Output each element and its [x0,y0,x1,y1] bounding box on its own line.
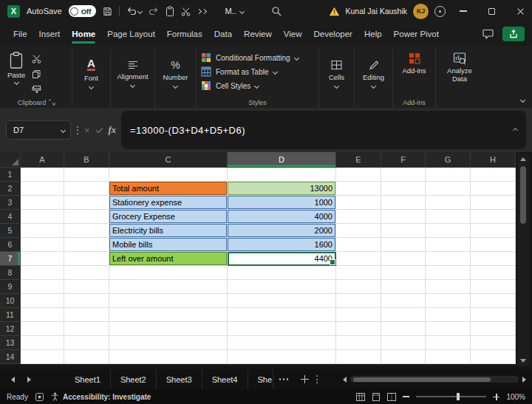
cell-D8[interactable] [228,266,336,280]
cell-G2[interactable] [426,182,471,196]
excel-logo-icon[interactable]: X [7,5,20,18]
analyze-data-button[interactable]: Analyze Data [438,48,481,83]
row-header-2[interactable]: 2 [0,182,21,196]
horizontal-scrollbar[interactable] [343,376,528,383]
paste-button[interactable]: Paste [3,48,30,84]
name-box[interactable]: D7 [6,120,71,140]
cell-D7[interactable]: 4400 [228,252,336,266]
sheet-tab-sheet2[interactable]: Sheet2 [111,369,157,389]
zoom-level[interactable]: 100% [506,393,525,401]
cell-H14[interactable] [471,350,516,364]
cell-B2[interactable] [64,182,109,196]
cell-C6[interactable]: Mobile bills [109,238,228,252]
cell-C1[interactable] [109,168,228,182]
cell-C10[interactable] [109,294,228,308]
cell-G14[interactable] [426,350,471,364]
cell-C11[interactable] [109,308,228,322]
cell-B5[interactable] [64,224,109,238]
cell-E8[interactable] [336,266,381,280]
cell-E14[interactable] [336,350,381,364]
cell-D10[interactable] [228,294,336,308]
tab-page-layout[interactable]: Page Layout [101,22,161,46]
cell-E13[interactable] [336,336,381,350]
macro-record-icon[interactable] [35,393,44,401]
cell-A4[interactable] [21,210,64,224]
cell-H8[interactable] [471,266,516,280]
cell-H2[interactable] [471,182,516,196]
undo-button[interactable] [126,7,142,16]
new-sheet-button[interactable] [301,375,309,383]
cell-H4[interactable] [471,210,516,224]
row-header-3[interactable]: 3 [0,196,21,210]
search-button[interactable] [271,6,282,16]
sheet-tab-she[interactable]: She [248,369,273,389]
cell-H11[interactable] [471,308,516,322]
cell-D9[interactable] [228,280,336,294]
cell-F7[interactable] [381,252,426,266]
cell-D3[interactable]: 1000 [228,196,336,210]
cell-F6[interactable] [381,238,426,252]
autosave-toggle[interactable]: Off [69,5,97,17]
cell-G13[interactable] [426,336,471,350]
sheet-tab-sheet3[interactable]: Sheet3 [157,369,202,389]
maximize-button[interactable] [480,0,503,22]
page-break-view-icon[interactable] [387,393,396,401]
save-button[interactable] [103,7,112,16]
cell-F9[interactable] [381,280,426,294]
cell-G11[interactable] [426,308,471,322]
page-layout-view-icon[interactable] [372,393,381,401]
horizontal-scroll-track[interactable] [350,376,519,383]
cell-H3[interactable] [471,196,516,210]
cell-E2[interactable] [336,182,381,196]
cell-G4[interactable] [426,210,471,224]
row-header-10[interactable]: 10 [0,294,21,308]
cell-H9[interactable] [471,280,516,294]
cell-D12[interactable] [228,322,336,336]
scroll-right-icon[interactable] [522,377,526,383]
zoom-in-icon[interactable] [493,394,499,400]
cell-G7[interactable] [426,252,471,266]
row-header-8[interactable]: 8 [0,266,21,280]
cell-C14[interactable] [109,350,228,364]
column-header-g[interactable]: G [426,152,471,168]
row-header-14[interactable]: 14 [0,350,21,364]
sheet-tab-sheet1[interactable]: Sheet1 [65,369,111,389]
cell-G10[interactable] [426,294,471,308]
cell-B4[interactable] [64,210,109,224]
close-button[interactable] [509,0,532,22]
cell-E7[interactable] [336,252,381,266]
cell-E12[interactable] [336,322,381,336]
column-header-c[interactable]: C [109,152,228,168]
cell-F12[interactable] [381,322,426,336]
addins-button[interactable]: Add-ins [398,48,430,75]
cell-C7[interactable]: Left over amount [109,252,228,266]
cell-A6[interactable] [21,238,64,252]
cell-E4[interactable] [336,210,381,224]
select-all-corner[interactable] [0,152,21,168]
cell-D14[interactable] [228,350,336,364]
tab-home[interactable]: Home [66,22,101,46]
cell-D1[interactable] [228,168,336,182]
cell-C3[interactable]: Stationery expense [109,196,228,210]
cell-C4[interactable]: Grocery Expense [109,210,228,224]
cell-C9[interactable] [109,280,228,294]
cell-F1[interactable] [381,168,426,182]
cell-B11[interactable] [64,308,109,322]
sheet-options-icon[interactable] [316,375,318,383]
editing-group-button[interactable]: Editing [356,48,391,108]
cells-group-button[interactable]: Cells [321,48,352,108]
cell-G6[interactable] [426,238,471,252]
font-group-button[interactable]: A Font [74,48,109,108]
cell-F8[interactable] [381,266,426,280]
accessibility-status[interactable]: Accessibility: Investigate [51,392,151,401]
cell-A7[interactable] [21,252,64,266]
normal-view-icon[interactable] [356,393,365,401]
row-header-9[interactable]: 9 [0,280,21,294]
tab-developer[interactable]: Developer [308,22,358,46]
cell-C8[interactable] [109,266,228,280]
announcement-icon[interactable] [434,6,446,17]
warning-icon[interactable] [329,7,340,16]
cell-D13[interactable] [228,336,336,350]
enter-icon[interactable] [95,127,103,134]
cell-A1[interactable] [21,168,64,182]
